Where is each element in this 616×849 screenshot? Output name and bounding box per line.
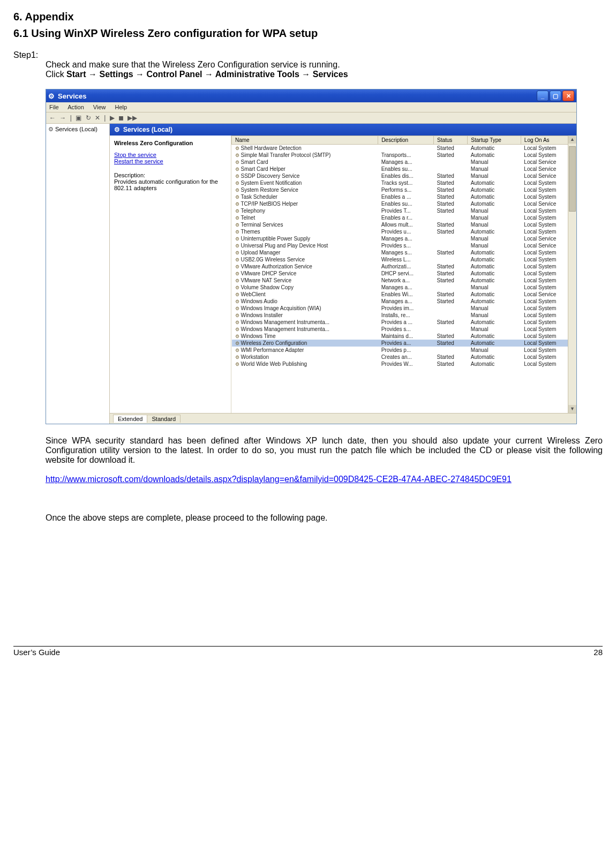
menu-file[interactable]: File bbox=[49, 104, 59, 110]
restart-service-link[interactable]: Restart the service bbox=[114, 158, 227, 164]
cell: Automatic bbox=[468, 145, 521, 152]
table-row[interactable]: ⚙Smart CardManages a...ManualLocal Servi… bbox=[232, 159, 576, 166]
refresh-icon[interactable]: ↻ bbox=[86, 114, 91, 122]
stop-service-link[interactable]: Stop the service bbox=[114, 152, 227, 158]
table-row[interactable]: ⚙Windows Image Acquisition (WIA)Provides… bbox=[232, 305, 576, 312]
table-row[interactable]: ⚙VMware NAT ServiceNetwork a...StartedAu… bbox=[232, 277, 576, 284]
gear-icon: ⚙ bbox=[235, 348, 239, 353]
menu-help[interactable]: Help bbox=[115, 104, 127, 110]
tree-pane[interactable]: ⚙Services (Local) bbox=[46, 124, 110, 424]
table-row[interactable]: ⚙Windows TimeMaintains d...StartedAutoma… bbox=[232, 333, 576, 340]
cell-name: ⚙Terminal Services bbox=[232, 221, 378, 228]
cell: Started bbox=[434, 228, 468, 235]
col-startup[interactable]: Startup Type bbox=[468, 136, 521, 145]
cell: Manual bbox=[468, 242, 521, 249]
start-icon[interactable]: ▶ bbox=[110, 114, 115, 122]
minimize-button[interactable]: _ bbox=[537, 91, 549, 101]
maximize-button[interactable]: ▢ bbox=[550, 91, 561, 101]
gear-icon: ⚙ bbox=[235, 250, 239, 256]
cell: Provides a... bbox=[378, 340, 434, 347]
scroll-up-icon[interactable]: ▲ bbox=[568, 136, 576, 144]
cell: Manual bbox=[468, 214, 521, 221]
gear-icon: ⚙ bbox=[48, 92, 55, 100]
step1-line2: Click Start → Settings → Control Panel →… bbox=[46, 70, 603, 79]
patch-download-link[interactable]: http://www.microsoft.com/downloads/detai… bbox=[46, 475, 512, 484]
table-row[interactable]: ⚙ThemesProvides u...StartedAutomaticLoca… bbox=[232, 228, 576, 235]
cell-name: ⚙Task Scheduler bbox=[232, 193, 378, 200]
table-row[interactable]: ⚙TelnetEnables a r...ManualLocal System bbox=[232, 214, 576, 221]
services-window: ⚙ Services _ ▢ ✕ File Action View Help ←… bbox=[46, 89, 577, 424]
cell: Provides s... bbox=[378, 326, 434, 333]
cell: Started bbox=[434, 340, 468, 347]
table-row[interactable]: ⚙System Restore ServicePerforms s...Star… bbox=[232, 186, 576, 193]
table-row[interactable]: ⚙VMware DHCP ServiceDHCP servi...Started… bbox=[232, 270, 576, 277]
cell bbox=[434, 159, 468, 166]
table-row[interactable]: ⚙Task SchedulerEnables a ...StartedAutom… bbox=[232, 193, 576, 200]
cell: Automatic bbox=[468, 263, 521, 270]
col-status[interactable]: Status bbox=[434, 136, 468, 145]
table-row[interactable]: ⚙Windows AudioManages a...StartedAutomat… bbox=[232, 298, 576, 305]
tree-root-node[interactable]: ⚙Services (Local) bbox=[48, 126, 107, 133]
tab-extended[interactable]: Extended bbox=[113, 415, 147, 423]
table-row[interactable]: ⚙Uninterruptible Power SupplyManages a..… bbox=[232, 235, 576, 242]
table-row[interactable]: ⚙USB2.0G Wireless ServiceWireless L...Au… bbox=[232, 256, 576, 263]
table-row[interactable]: ⚙WebClientEnables Wi...StartedAutomaticL… bbox=[232, 291, 576, 298]
restart-icon[interactable]: ▶▶ bbox=[127, 114, 137, 122]
cell: Started bbox=[434, 319, 468, 326]
table-row[interactable]: ⚙SSDP Discovery ServiceEnables dis...Sta… bbox=[232, 172, 576, 179]
stop-icon[interactable]: ◼ bbox=[118, 114, 124, 122]
table-row[interactable]: ⚙Smart Card HelperEnables su...ManualLoc… bbox=[232, 166, 576, 172]
gear-icon: ⚙ bbox=[235, 222, 239, 228]
table-row[interactable]: ⚙Wireless Zero ConfigurationProvides a..… bbox=[232, 340, 576, 347]
back-icon[interactable]: ← bbox=[49, 114, 56, 122]
cell: Manages a... bbox=[378, 284, 434, 291]
table-row[interactable]: ⚙Simple Mail Transfer Protocol (SMTP)Tra… bbox=[232, 152, 576, 159]
cell bbox=[434, 256, 468, 263]
menu-action[interactable]: Action bbox=[67, 104, 84, 110]
table-row[interactable]: ⚙WMI Performance AdapterProvides p...Man… bbox=[232, 347, 576, 354]
table-row[interactable]: ⚙Windows InstallerInstalls, re...ManualL… bbox=[232, 312, 576, 319]
cell: Started bbox=[434, 360, 468, 367]
scroll-thumb[interactable] bbox=[569, 146, 576, 212]
cell: Enables su... bbox=[378, 166, 434, 172]
scroll-down-icon[interactable]: ▼ bbox=[568, 405, 576, 413]
services-table: Name Description Status Startup Type Log… bbox=[231, 136, 576, 367]
gear-icon: ⚙ bbox=[235, 362, 239, 367]
forward-icon[interactable]: → bbox=[59, 114, 66, 122]
tab-standard[interactable]: Standard bbox=[147, 415, 181, 423]
close-button[interactable]: ✕ bbox=[562, 91, 574, 101]
gear-icon: ⚙ bbox=[235, 341, 239, 346]
services-list-pane[interactable]: Name Description Status Startup Type Log… bbox=[231, 136, 576, 413]
table-row[interactable]: ⚙Terminal ServicesAllows mult...StartedM… bbox=[232, 221, 576, 228]
cell-name: ⚙Windows Image Acquisition (WIA) bbox=[232, 305, 378, 312]
table-row[interactable]: ⚙Volume Shadow CopyManages a...ManualLoc… bbox=[232, 284, 576, 291]
table-row[interactable]: ⚙World Wide Web PublishingProvides W...S… bbox=[232, 360, 576, 367]
cell: Automatic bbox=[468, 319, 521, 326]
window-titlebar[interactable]: ⚙ Services _ ▢ ✕ bbox=[46, 89, 576, 102]
table-row[interactable]: ⚙Windows Management Instrumenta...Provid… bbox=[232, 319, 576, 326]
table-row[interactable]: ⚙Universal Plug and Play Device HostProv… bbox=[232, 242, 576, 249]
col-description[interactable]: Description bbox=[378, 136, 434, 145]
table-row[interactable]: ⚙WorkstationCreates an...StartedAutomati… bbox=[232, 354, 576, 360]
cell: Maintains d... bbox=[378, 333, 434, 340]
export-icon[interactable]: ✕ bbox=[95, 114, 100, 122]
table-row[interactable]: ⚙System Event NotificationTracks syst...… bbox=[232, 179, 576, 186]
properties-icon[interactable]: ▣ bbox=[76, 114, 81, 122]
table-row[interactable]: ⚙VMware Authorization ServiceAuthorizati… bbox=[232, 263, 576, 270]
cell: Manual bbox=[468, 221, 521, 228]
col-name[interactable]: Name bbox=[232, 136, 378, 145]
cell: Creates an... bbox=[378, 354, 434, 360]
vertical-scrollbar[interactable]: ▲ ▼ bbox=[568, 136, 576, 413]
cell: Started bbox=[434, 172, 468, 179]
menu-view[interactable]: View bbox=[93, 104, 106, 110]
cell-name: ⚙SSDP Discovery Service bbox=[232, 172, 378, 179]
cell-name: ⚙Telephony bbox=[232, 207, 378, 214]
table-row[interactable]: ⚙Shell Hardware DetectionStartedAutomati… bbox=[232, 145, 576, 152]
table-row[interactable]: ⚙TCP/IP NetBIOS HelperEnables su...Start… bbox=[232, 200, 576, 207]
table-row[interactable]: ⚙Windows Management Instrumenta...Provid… bbox=[232, 326, 576, 333]
table-row[interactable]: ⚙TelephonyProvides T...StartedManualLoca… bbox=[232, 207, 576, 214]
gear-icon: ⚙ bbox=[235, 181, 239, 186]
cell: Automatic bbox=[468, 256, 521, 263]
table-row[interactable]: ⚙Upload ManagerManages s...StartedAutoma… bbox=[232, 249, 576, 256]
cell: Manual bbox=[468, 166, 521, 172]
